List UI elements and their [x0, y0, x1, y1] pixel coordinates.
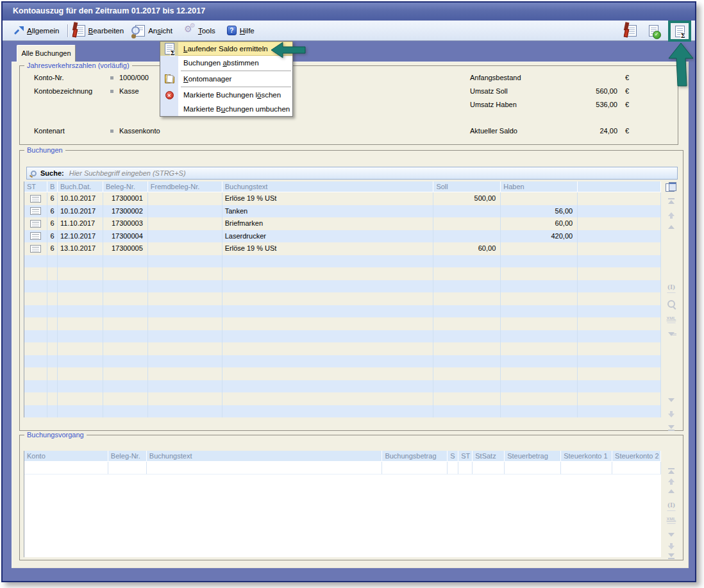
table-cell	[58, 255, 103, 268]
table-cell: 6	[47, 217, 58, 230]
menu-item-label: Kontomanager	[178, 72, 292, 86]
scroll-top-icon[interactable]	[668, 198, 675, 204]
scroll-down-page-icon[interactable]	[668, 533, 675, 537]
menu-separator	[160, 86, 292, 88]
xml-icon[interactable]	[667, 316, 676, 323]
column-header-buchungstext[interactable]: Buchungstext	[222, 181, 434, 192]
table-cell	[148, 267, 222, 280]
search-input[interactable]: Suche: Hier Suchbegriff eingeben (STRG+S…	[26, 167, 678, 180]
scroll-up-icon[interactable]	[668, 212, 675, 219]
menubar-item-bearbeiten[interactable]: Bearbeiten	[70, 23, 130, 38]
table-row[interactable]: 611.10.201717300003Briefmarken60,00	[24, 217, 661, 230]
column-header-st[interactable]: ST	[458, 451, 473, 461]
filter-icon[interactable]	[666, 332, 676, 334]
column-header-soll[interactable]: Soll	[433, 181, 501, 192]
tab-alle-buchungen[interactable]: Alle Buchungen	[17, 45, 76, 62]
column-header-steuerkonto-1[interactable]: Steuerkonto 1	[561, 451, 612, 461]
table-cell	[148, 330, 222, 343]
menu-item-markierte-buchungen-l-schen[interactable]: Markierte Buchungen löschen	[160, 88, 292, 102]
table-cell	[501, 255, 578, 268]
magnifier-icon[interactable]	[667, 300, 675, 310]
column-header-buchungstext[interactable]: Buchungstext	[147, 451, 383, 461]
table-cell	[222, 367, 434, 380]
scroll-up-page-icon[interactable]	[668, 489, 675, 493]
table-row[interactable]: 610.10.201717300002Tanken56,00	[24, 205, 661, 218]
table-cell	[58, 392, 103, 405]
table-row[interactable]: 610.10.201717300001Erlöse 19 % USt500,00	[24, 192, 661, 205]
magnifier-doc-icon	[135, 25, 145, 37]
reconcile-button[interactable]	[646, 23, 660, 38]
column-header-fremdbeleg-nr[interactable]: Fremdbeleg-Nr.	[148, 181, 222, 192]
table-cell	[47, 330, 58, 343]
table-cell	[24, 330, 47, 343]
groupbox-jahresverkehrszahlen: Jahresverkehrszahlen (vorläufig) Konto-N…	[19, 65, 678, 145]
column-header-beleg-nr[interactable]: Beleg-Nr.	[103, 181, 148, 192]
running-balance-highlight-box	[668, 21, 691, 42]
menubar-item-allgemein[interactable]: Allgemein	[9, 23, 65, 38]
column-header-b[interactable]: B	[47, 181, 58, 192]
scroll-top-icon[interactable]	[668, 468, 675, 474]
scroll-down-page-icon[interactable]	[668, 398, 675, 402]
scroll-bottom-icon[interactable]	[668, 553, 675, 559]
tab-label: Alle Buchungen	[21, 49, 71, 57]
table-cell	[433, 380, 501, 393]
menu-item-label: Markierte Buchungen löschen	[178, 88, 292, 102]
column-header-steuerkonto-2[interactable]: Steuerkonto 2	[612, 451, 661, 461]
table-cell	[578, 242, 661, 255]
table-cell	[578, 280, 661, 293]
table-cell	[103, 292, 148, 305]
menu-item-kontomanager[interactable]: Kontomanager	[160, 72, 292, 86]
menubar-item-tools[interactable]: Tools	[178, 23, 221, 38]
table-cell: 500,00	[433, 192, 501, 205]
table-cell	[103, 255, 148, 268]
table-row-empty	[24, 462, 661, 475]
scroll-bottom-icon[interactable]	[668, 425, 675, 431]
table-cell	[578, 292, 661, 305]
xml-icon[interactable]	[667, 517, 676, 524]
edit-button[interactable]	[624, 23, 639, 38]
nav-icon	[15, 26, 24, 35]
column-header-steuerbetrag[interactable]: Steuerbetrag	[505, 451, 561, 461]
menu-item-markierte-buchungen-umbuchen[interactable]: Markierte Buchungen umbuchen	[160, 102, 292, 116]
table-row[interactable]: 612.10.201717300004Laserdrucker420,00	[24, 230, 661, 243]
column-header-haben[interactable]: Haben	[501, 181, 578, 192]
scroll-up-page-icon[interactable]	[668, 225, 675, 229]
table-cell: 17300005	[103, 242, 148, 255]
column-header-stsatz[interactable]: StSatz	[473, 451, 505, 461]
column-header-st[interactable]: ST	[24, 181, 47, 192]
table-cell	[24, 230, 47, 243]
table-cell	[561, 462, 612, 475]
table-cell	[24, 305, 47, 318]
menubar-item-hilfe[interactable]: Hilfe	[221, 23, 260, 38]
app-window: Kontoauszug für den Zeitraum 01.2017 bis…	[1, 1, 696, 582]
column-header-s[interactable]: S	[448, 451, 458, 461]
paren-icon[interactable]	[667, 502, 676, 511]
column-header-beleg-nr[interactable]: Beleg-Nr.	[108, 451, 147, 461]
column-header-filler[interactable]	[578, 181, 661, 192]
menubar-items: AllgemeinBearbeitenAnsichtToolsHilfe	[9, 21, 260, 40]
column-chooser-icon[interactable]	[666, 182, 676, 192]
running-balance-button[interactable]	[673, 24, 687, 39]
scroll-up-icon[interactable]	[668, 478, 675, 485]
table-cell: 6	[47, 205, 58, 218]
scroll-down-icon[interactable]	[668, 543, 675, 550]
table-cell	[578, 305, 661, 318]
menu-icon-gutter	[160, 102, 178, 116]
table-cell	[103, 267, 148, 280]
table-cell	[578, 342, 661, 355]
scroll-down-icon[interactable]	[668, 411, 675, 417]
column-header-buchungsbetrag[interactable]: Buchungsbetrag	[382, 451, 448, 461]
paren-icon[interactable]	[667, 284, 676, 293]
menubar-item-ansicht[interactable]: Ansicht	[130, 23, 178, 38]
search-placeholder: Hier Suchbegriff eingeben (STRG+S)	[69, 169, 186, 177]
column-header-konto[interactable]: Konto	[24, 451, 108, 461]
table-cell: Laserdrucker	[222, 230, 434, 243]
menu-icon-gutter	[160, 56, 178, 70]
folder-icon	[165, 76, 174, 83]
table-cell: 56,00	[501, 205, 578, 218]
table-row[interactable]: 613.10.201717300005Erlöse 19 % USt60,00	[24, 242, 661, 255]
menubar: AllgemeinBearbeitenAnsichtToolsHilfe	[3, 21, 695, 41]
table-cell	[501, 242, 578, 255]
column-header-buch-dat[interactable]: Buch.Dat.	[58, 181, 103, 192]
table-cell	[501, 355, 578, 368]
